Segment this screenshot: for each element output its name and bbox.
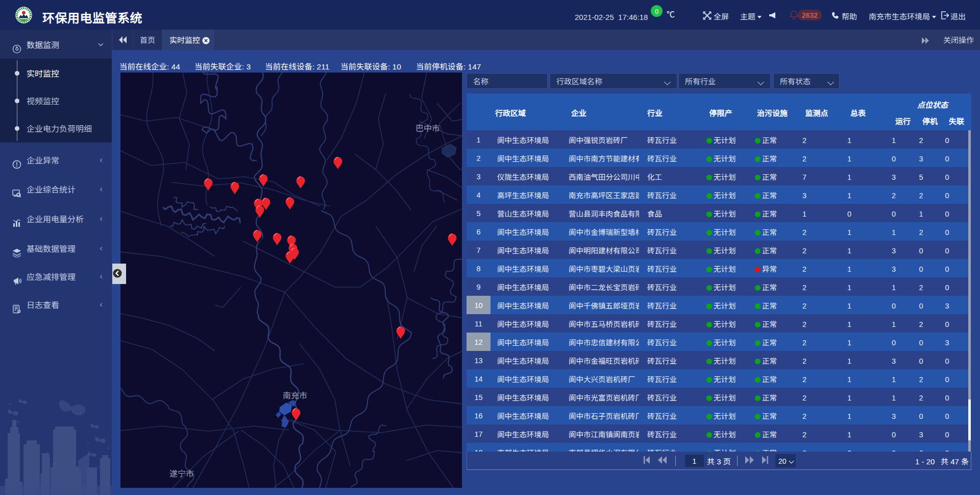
svg-text:巴中市: 巴中市	[415, 122, 440, 134]
svg-text:遂宁市: 遂宁市	[169, 467, 194, 479]
svg-text:南充市: 南充市	[283, 389, 307, 401]
